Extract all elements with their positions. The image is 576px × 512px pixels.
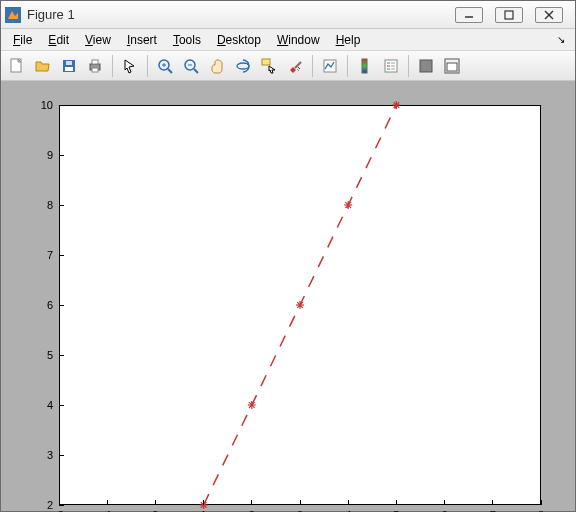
svg-rect-33 bbox=[447, 63, 457, 71]
svg-line-13 bbox=[168, 69, 172, 73]
menu-window[interactable]: Window bbox=[271, 31, 326, 49]
minimize-button[interactable] bbox=[455, 7, 483, 23]
matlab-icon bbox=[5, 7, 21, 23]
insert-colorbar-button[interactable] bbox=[353, 54, 377, 78]
save-button[interactable] bbox=[57, 54, 81, 78]
y-tick-label: 3 bbox=[25, 449, 53, 461]
y-tick-label: 8 bbox=[25, 199, 53, 211]
svg-rect-2 bbox=[505, 11, 513, 19]
x-tick bbox=[107, 500, 108, 505]
figure-window: Figure 1 File Edit View Insert Tools Des… bbox=[0, 0, 576, 512]
svg-rect-7 bbox=[65, 67, 73, 71]
dock-figure-button[interactable] bbox=[440, 54, 464, 78]
print-button[interactable] bbox=[83, 54, 107, 78]
rotate-3d-button[interactable] bbox=[231, 54, 255, 78]
axes[interactable]: 2345678910-2-1012345678 bbox=[59, 105, 541, 505]
y-tick bbox=[59, 255, 64, 256]
y-tick-label: 10 bbox=[25, 99, 53, 111]
pan-button[interactable] bbox=[205, 54, 229, 78]
new-figure-button[interactable] bbox=[5, 54, 29, 78]
menu-insert[interactable]: Insert bbox=[121, 31, 163, 49]
menu-view[interactable]: View bbox=[79, 31, 117, 49]
toolbar-separator bbox=[408, 55, 409, 77]
toolbar-separator bbox=[147, 55, 148, 77]
x-tick bbox=[492, 500, 493, 505]
svg-rect-8 bbox=[66, 61, 72, 65]
menu-edit[interactable]: Edit bbox=[42, 31, 75, 49]
window-buttons bbox=[455, 7, 571, 23]
menu-help[interactable]: Help bbox=[330, 31, 367, 49]
menu-file[interactable]: File bbox=[7, 31, 38, 49]
y-tick-label: 9 bbox=[25, 149, 53, 161]
dock-arrow-icon[interactable]: ↘ bbox=[557, 34, 569, 45]
svg-point-19 bbox=[237, 63, 249, 69]
menubar: File Edit View Insert Tools Desktop Wind… bbox=[1, 29, 575, 51]
x-tick bbox=[396, 500, 397, 505]
titlebar: Figure 1 bbox=[1, 1, 575, 29]
zoom-out-button[interactable] bbox=[179, 54, 203, 78]
window-title: Figure 1 bbox=[27, 7, 455, 22]
y-tick bbox=[59, 355, 64, 356]
y-tick-label: 2 bbox=[25, 499, 53, 511]
figure-canvas: 2345678910-2-1012345678 bbox=[1, 81, 575, 511]
toolbar-separator bbox=[112, 55, 113, 77]
svg-rect-23 bbox=[362, 59, 367, 73]
x-tick bbox=[59, 500, 60, 505]
y-tick bbox=[59, 305, 64, 306]
maximize-button[interactable] bbox=[495, 7, 523, 23]
edit-plot-button[interactable] bbox=[118, 54, 142, 78]
y-tick bbox=[59, 505, 64, 506]
y-tick bbox=[59, 155, 64, 156]
brush-button[interactable] bbox=[283, 54, 307, 78]
y-tick-label: 4 bbox=[25, 399, 53, 411]
x-tick bbox=[203, 500, 204, 505]
open-file-button[interactable] bbox=[31, 54, 55, 78]
y-tick bbox=[59, 455, 64, 456]
svg-line-17 bbox=[194, 69, 198, 73]
toolbar-separator bbox=[347, 55, 348, 77]
close-button[interactable] bbox=[535, 7, 563, 23]
x-tick bbox=[155, 500, 156, 505]
y-tick bbox=[59, 405, 64, 406]
x-tick bbox=[300, 500, 301, 505]
y-tick-label: 6 bbox=[25, 299, 53, 311]
menu-desktop[interactable]: Desktop bbox=[211, 31, 267, 49]
svg-rect-11 bbox=[92, 68, 98, 72]
x-tick bbox=[541, 500, 542, 505]
toolbar bbox=[1, 51, 575, 81]
hide-tools-button[interactable] bbox=[414, 54, 438, 78]
svg-rect-20 bbox=[262, 59, 270, 65]
line-plot bbox=[59, 105, 541, 505]
x-tick bbox=[251, 500, 252, 505]
y-tick-label: 7 bbox=[25, 249, 53, 261]
data-cursor-button[interactable] bbox=[257, 54, 281, 78]
zoom-in-button[interactable] bbox=[153, 54, 177, 78]
x-tick bbox=[444, 500, 445, 505]
insert-legend-button[interactable] bbox=[379, 54, 403, 78]
menu-tools[interactable]: Tools bbox=[167, 31, 207, 49]
y-tick bbox=[59, 205, 64, 206]
toolbar-separator bbox=[312, 55, 313, 77]
svg-rect-10 bbox=[92, 60, 98, 64]
svg-rect-31 bbox=[420, 60, 432, 72]
link-plot-button[interactable] bbox=[318, 54, 342, 78]
y-tick bbox=[59, 105, 64, 106]
y-tick-label: 5 bbox=[25, 349, 53, 361]
x-tick bbox=[348, 500, 349, 505]
